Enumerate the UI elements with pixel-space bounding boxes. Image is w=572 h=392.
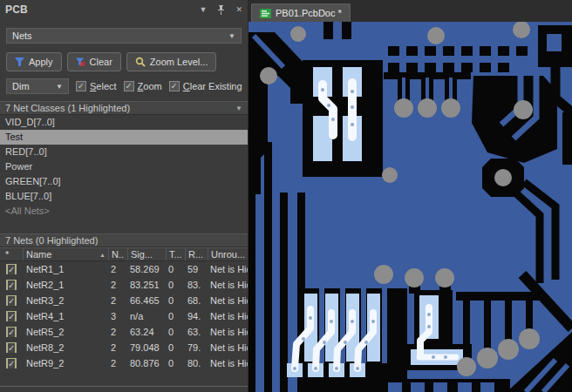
- net-routed: 94.: [185, 311, 208, 321]
- pcb-panel-body: Nets ▼ Apply Clear: [0, 19, 248, 392]
- tab-pcbdoc[interactable]: PB01.PcbDoc *: [251, 3, 351, 22]
- magnifier-icon: [135, 57, 146, 67]
- net-class-item[interactable]: RED[7..0]: [0, 145, 248, 159]
- column-header-routed[interactable]: R...: [185, 248, 208, 260]
- funnel-clear-icon: [76, 57, 85, 67]
- row-checkbox[interactable]: ✓: [6, 342, 17, 353]
- clear-existing-checkbox-label: Clear Existing: [183, 81, 242, 91]
- column-header-t[interactable]: T...: [166, 248, 185, 260]
- table-row[interactable]: ✓ NetR9_2 2 80.876 0 80. Net is Hid: [0, 355, 248, 371]
- column-header-signal[interactable]: Sig...: [127, 248, 166, 260]
- table-row[interactable]: ✓ NetR2_1 2 83.251 0 83. Net is Hid: [0, 277, 248, 293]
- column-header-check[interactable]: *: [0, 248, 23, 260]
- net-class-item[interactable]: BLUE[7..0]: [0, 189, 248, 204]
- spacer: [0, 219, 248, 233]
- zoom-level-button[interactable]: Zoom Level...: [126, 52, 217, 71]
- column-header-nodes[interactable]: N..: [108, 248, 127, 260]
- document-tab-bar: PB01.PcbDoc *: [249, 0, 572, 22]
- table-row[interactable]: ✓ NetR4_1 3 n/a 0 94. Net is Hid: [0, 308, 248, 324]
- net-classes-header: 7 Net Classes (1 Highlighted) ▼: [0, 101, 248, 115]
- nets-table: * Name ▲ N.. Sig... T... R... Unrou... ✓…: [0, 247, 248, 371]
- select-checkbox[interactable]: ✓: [76, 81, 86, 91]
- panel-menu-icon[interactable]: ▼: [200, 5, 208, 14]
- zoom-checkbox[interactable]: ✓: [124, 81, 134, 91]
- table-row[interactable]: ✓ NetR3_2 2 66.465 0 68. Net is Hid: [0, 293, 248, 308]
- net-t: 0: [166, 327, 185, 337]
- row-checkbox[interactable]: ✓: [6, 295, 17, 306]
- apply-button-label: Apply: [29, 57, 53, 67]
- net-class-item[interactable]: VID_D[7..0]: [0, 115, 248, 130]
- net-class-item-all-nets[interactable]: <All Nets>: [0, 204, 248, 219]
- row-checkbox[interactable]: ✓: [6, 327, 17, 337]
- net-nodes: 2: [108, 295, 127, 306]
- net-nodes: 2: [108, 342, 127, 353]
- net-unrouted: Net is Hid: [208, 327, 248, 337]
- row-checkbox[interactable]: ✓: [6, 280, 17, 290]
- dim-select-value: Dim: [12, 81, 30, 91]
- clear-existing-checkbox-group: ✓ Clear Existing: [169, 81, 242, 91]
- net-name: NetR5_2: [23, 327, 108, 337]
- pin-icon[interactable]: [217, 5, 225, 15]
- table-row[interactable]: ✓ NetR1_1 2 58.269 0 59 Net is Hid: [0, 261, 248, 277]
- pcb-panel: PCB ▼ ✕ Nets ▼ Apply: [0, 0, 249, 392]
- net-unrouted: Net is Hid: [208, 358, 248, 368]
- net-name: NetR1_1: [23, 264, 108, 274]
- row-checkbox[interactable]: ✓: [6, 358, 17, 368]
- row-checkbox[interactable]: ✓: [6, 264, 17, 274]
- net-class-item-selected[interactable]: Test: [0, 130, 248, 145]
- net-class-item[interactable]: GREEN[7..0]: [0, 174, 248, 189]
- net-nodes: 2: [108, 358, 127, 368]
- row-checkbox[interactable]: ✓: [6, 311, 17, 321]
- net-unrouted: Net is Hid: [208, 342, 248, 353]
- zoom-checkbox-group: ✓ Zoom: [124, 81, 162, 91]
- clear-existing-checkbox[interactable]: ✓: [169, 81, 180, 91]
- apply-button[interactable]: Apply: [6, 52, 62, 71]
- net-routed: 80.: [185, 358, 208, 368]
- pcb-panel-header: PCB ▼ ✕: [0, 0, 248, 19]
- zoom-level-button-label: Zoom Level...: [150, 57, 208, 67]
- net-unrouted: Net is Hid: [208, 280, 248, 290]
- net-routed: 59: [185, 264, 208, 274]
- net-routed: 83.: [185, 280, 208, 290]
- net-name: NetR3_2: [23, 295, 108, 306]
- net-t: 0: [166, 358, 185, 368]
- net-nodes: 3: [108, 311, 127, 321]
- chevron-down-icon[interactable]: ▼: [235, 105, 242, 112]
- close-icon[interactable]: ✕: [235, 5, 242, 14]
- net-unrouted: Net is Hid: [208, 264, 248, 274]
- zoom-checkbox-label: Zoom: [138, 81, 162, 91]
- nets-header-label: 7 Nets (0 Highlighted): [5, 235, 98, 246]
- net-signal: 80.876: [127, 358, 166, 368]
- document-area: PB01.PcbDoc *: [249, 0, 572, 392]
- net-name: NetR8_2: [23, 342, 108, 353]
- clear-button[interactable]: Clear: [67, 52, 121, 71]
- net-routed: 79.: [185, 342, 208, 353]
- pcb-doc-icon: [260, 9, 271, 18]
- nets-header: 7 Nets (0 Highlighted): [0, 233, 248, 247]
- net-name: NetR9_2: [23, 358, 108, 368]
- pcb-editor-view[interactable]: [249, 22, 572, 392]
- mode-select-value: Nets: [12, 30, 32, 41]
- tab-label: PB01.PcbDoc *: [276, 8, 342, 18]
- net-signal: 83.251: [127, 280, 166, 290]
- mode-select[interactable]: Nets ▼: [6, 28, 242, 44]
- chevron-down-icon: ▼: [228, 32, 235, 40]
- table-row[interactable]: ✓ NetR5_2 2 63.24 0 63. Net is Hid: [0, 324, 248, 340]
- net-routed: 68.: [185, 295, 208, 306]
- net-signal: n/a: [127, 311, 166, 321]
- net-class-item[interactable]: Power: [0, 159, 248, 174]
- net-nodes: 2: [108, 327, 127, 337]
- spacer: [0, 371, 248, 386]
- net-unrouted: Net is Hid: [208, 295, 248, 306]
- select-checkbox-group: ✓ Select: [76, 81, 117, 91]
- net-unrouted: Net is Hid: [208, 311, 248, 321]
- dim-select[interactable]: Dim ▼: [6, 78, 69, 94]
- panel-header-icons: ▼ ✕: [200, 5, 242, 15]
- table-row[interactable]: ✓ NetR8_2 2 79.048 0 79. Net is Hid: [0, 340, 248, 355]
- column-header-name[interactable]: Name ▲: [23, 248, 108, 260]
- dim-options-row: Dim ▼ ✓ Select ✓ Zoom ✓ Clear Existing: [0, 78, 248, 94]
- chevron-down-icon: ▼: [56, 83, 63, 91]
- column-header-unrouted[interactable]: Unrou...: [208, 248, 248, 260]
- net-routed: 63.: [185, 327, 208, 337]
- net-signal: 66.465: [127, 295, 166, 306]
